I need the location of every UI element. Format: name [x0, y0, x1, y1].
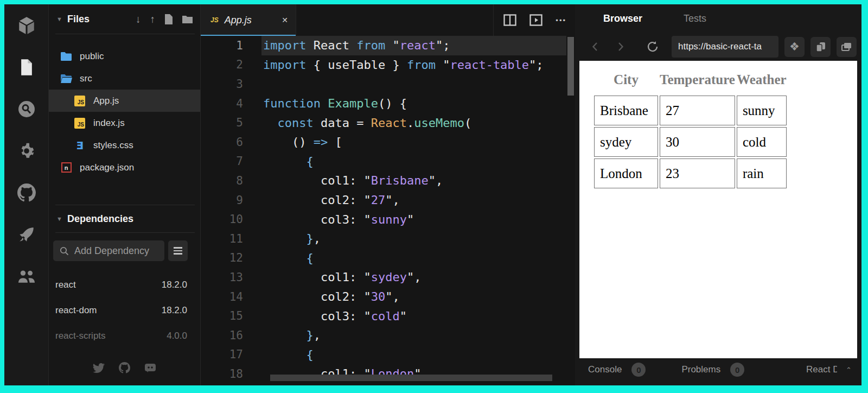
github-icon[interactable] [119, 362, 130, 373]
react-devtools-tab[interactable]: React DevTools [806, 364, 837, 375]
table-cell: 23 [660, 159, 735, 188]
collaborators-icon[interactable] [17, 267, 36, 286]
dependency-row[interactable]: react-dom18.2.0 [55, 297, 187, 323]
code-line[interactable]: 11 }, [201, 229, 566, 249]
new-folder-icon[interactable] [182, 15, 193, 23]
open-new-window-button[interactable] [837, 37, 857, 57]
code-line[interactable]: 4function Example() { [201, 94, 566, 113]
line-number: 3 [201, 78, 243, 91]
js-icon: JS [73, 117, 86, 129]
open-preview-icon[interactable] [529, 14, 542, 26]
tree-item-label: src [80, 73, 92, 84]
tree-item-public[interactable]: public [49, 45, 200, 67]
discord-icon[interactable] [144, 363, 156, 372]
collapse-caret-icon[interactable]: ▼ [56, 16, 62, 22]
tab-app-js[interactable]: JS App.js ✕ [201, 4, 296, 36]
tab-tests[interactable]: Tests [684, 13, 706, 24]
download-icon[interactable]: ↓ [136, 14, 141, 24]
line-number: 2 [201, 58, 243, 71]
code-line[interactable]: 12 { [201, 249, 566, 268]
add-dependency-search[interactable] [53, 240, 164, 261]
problems-tab[interactable]: Problems [681, 364, 720, 375]
code-line[interactable]: 15 col3: "cold" [201, 306, 566, 326]
tree-item-src[interactable]: src [49, 67, 200, 90]
forward-icon[interactable] [616, 41, 625, 52]
code-text: col1: "Brisbane", [261, 171, 566, 191]
code-text: const data = React.useMemo( [261, 113, 566, 132]
code-line[interactable]: 10 col3: "sunny" [201, 210, 566, 229]
package-json-icon: n [61, 162, 72, 173]
code-line[interactable]: 3 [201, 74, 566, 94]
dependency-name: react [55, 280, 76, 290]
close-tab-icon[interactable]: ✕ [282, 16, 288, 24]
code-area[interactable]: 1import React from "react";2import { use… [201, 36, 566, 384]
code-line[interactable]: 7 { [201, 152, 566, 172]
codesandbox-cube-icon[interactable] [17, 16, 36, 35]
reload-icon[interactable] [647, 41, 659, 53]
npm-icon: n [60, 162, 73, 174]
code-line[interactable]: 2import { useTable } from "react-table"; [201, 55, 566, 75]
expand-console-caret-icon[interactable]: ⌃ [846, 366, 852, 374]
table-cell: Brisbane [594, 96, 658, 125]
twitter-icon[interactable] [93, 363, 105, 373]
dependency-row[interactable]: react-scripts4.0.0 [55, 323, 187, 348]
code-line[interactable]: 8 col1: "Brisbane", [201, 171, 566, 191]
horizontal-scrollbar[interactable] [270, 375, 552, 381]
file-explorer-icon[interactable] [17, 58, 36, 77]
split-view-icon[interactable] [503, 14, 516, 26]
back-icon[interactable] [590, 41, 599, 52]
activity-bar [4, 4, 49, 385]
dependency-version: 18.2.0 [162, 280, 187, 290]
console-tab[interactable]: Console [588, 364, 622, 375]
tree-item-app-js[interactable]: JSApp.js [49, 90, 200, 112]
table-cell: London [594, 159, 658, 188]
code-line[interactable]: 13 col1: "sydey", [201, 268, 566, 287]
duplicate-button[interactable] [810, 37, 831, 57]
tree-item-index-js[interactable]: JSindex.js [49, 112, 200, 134]
tab-browser[interactable]: Browser [603, 13, 642, 24]
upload-icon[interactable]: ↑ [150, 14, 156, 24]
table-header: Weather [737, 70, 787, 94]
line-number: 11 [201, 232, 243, 245]
code-line[interactable]: 17 { [201, 345, 566, 365]
console-count-badge: 0 [631, 363, 646, 377]
code-line[interactable]: 9 col2: "27", [201, 191, 566, 210]
tree-item-package-json[interactable]: npackage.json [49, 156, 200, 179]
add-dependency-input[interactable] [74, 245, 156, 257]
code-line[interactable]: 1import React from "react"; [201, 36, 566, 55]
problems-count-badge: 0 [730, 363, 744, 377]
table-cell: rain [737, 159, 787, 188]
dependencies-panel-header[interactable]: ▼ Dependencies [49, 205, 200, 232]
line-number: 6 [201, 136, 243, 149]
line-number: 15 [201, 309, 243, 322]
new-file-icon[interactable] [164, 14, 173, 24]
url-bar[interactable]: https://basic-react-ta [672, 36, 778, 58]
line-number: 5 [201, 116, 243, 129]
tree-item-styles-css[interactable]: Ǝstyles.css [49, 134, 200, 156]
tree-item-label: public [80, 51, 104, 62]
code-line[interactable]: 14 col2: "30", [201, 287, 566, 307]
files-panel-header[interactable]: ▼ Files ↓ ↑ [49, 4, 200, 34]
code-line[interactable]: 16 }, [201, 326, 566, 345]
files-panel-title: Files [67, 14, 90, 25]
search-icon[interactable] [17, 100, 36, 118]
vertical-scrollbar[interactable] [567, 37, 574, 96]
github-icon[interactable] [17, 183, 36, 202]
code-text: { [261, 345, 566, 365]
modules-button[interactable]: ❖ [784, 37, 805, 57]
dependency-row[interactable]: react18.2.0 [55, 272, 187, 297]
code-text: { [261, 152, 566, 172]
open-new-window-icon [841, 42, 852, 52]
code-line[interactable]: 5 const data = React.useMemo( [201, 113, 566, 132]
more-options-icon[interactable]: ••• [556, 16, 566, 24]
dependency-menu-button[interactable] [168, 240, 188, 261]
line-number: 16 [201, 329, 243, 342]
code-line[interactable]: 6 () => [ [201, 132, 566, 152]
search-icon [60, 246, 69, 256]
settings-gear-icon[interactable] [17, 142, 36, 160]
table-cell: 30 [660, 127, 735, 157]
code-text: col1: "sydey", [261, 268, 566, 287]
dependency-name: react-dom [55, 305, 97, 316]
rocket-icon[interactable] [17, 225, 36, 244]
collapse-caret-icon[interactable]: ▼ [56, 215, 62, 222]
